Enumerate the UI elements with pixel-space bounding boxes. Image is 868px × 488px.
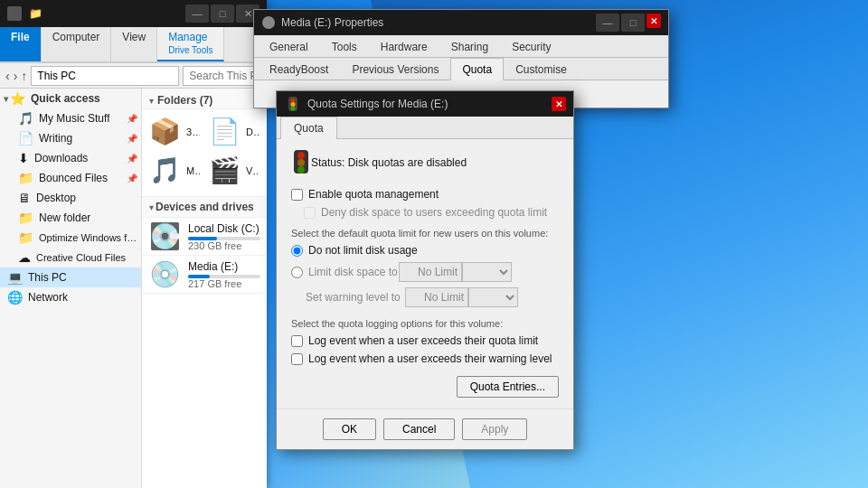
folder-name: Music: [186, 165, 200, 176]
address-input[interactable]: [31, 66, 179, 86]
sidebar-item-optimize-windows[interactable]: 📁 Optimize Windows for …: [0, 228, 141, 248]
bounced-label: Bounced Files: [39, 172, 108, 184]
folder-item[interactable]: 🎬 Videos: [205, 152, 263, 189]
folder-item[interactable]: 📄 Documents: [205, 113, 263, 150]
properties-tabs-2: ReadyBoost Previous Versions Quota Custo…: [254, 58, 668, 80]
quota-actions: Quota Entries...: [291, 376, 559, 398]
folders-section-header[interactable]: ▾ Folders (7): [142, 89, 267, 109]
apply-button[interactable]: Apply: [462, 418, 527, 440]
sidebar-item-downloads[interactable]: ⬇ Downloads 📌: [0, 148, 141, 168]
logging-label: Select the quota logging options for thi…: [291, 318, 559, 329]
properties-close[interactable]: ✕: [646, 14, 661, 28]
tab-file[interactable]: File: [0, 27, 42, 61]
sidebar-item-creative-cloud[interactable]: ☁ Creative Cloud Files: [0, 248, 141, 267]
sidebar-item-bounced-files[interactable]: 📁 Bounced Files 📌: [0, 168, 141, 188]
quota-close[interactable]: ✕: [552, 97, 566, 111]
optimize-icon: 📁: [18, 230, 33, 245]
quota-dialog: Quota Settings for Media (E:) ✕ Quota St…: [276, 90, 574, 450]
log-exceeds-checkbox[interactable]: [291, 335, 303, 347]
enable-quota-label: Enable quota management: [308, 188, 439, 201]
no-limit-radio[interactable]: [291, 245, 303, 257]
titlebar-controls: — □ ✕: [185, 5, 259, 23]
log-exceeds-label: Log event when a user exceeds their quot…: [308, 334, 538, 347]
network-label: Network: [28, 291, 68, 304]
sidebar-item-network[interactable]: 🌐 Network: [0, 287, 141, 307]
properties-minimize[interactable]: —: [596, 14, 619, 32]
sidebar-item-quick-access[interactable]: ▾ ⭐ Quick access: [0, 89, 141, 108]
back-button[interactable]: ‹: [5, 67, 10, 85]
log-warning-checkbox[interactable]: [291, 353, 303, 365]
properties-title-text: Media (E:) Properties: [281, 16, 596, 29]
maximize-button[interactable]: □: [211, 5, 234, 23]
device-local-disk[interactable]: 💽 Local Disk (C:) 230 GB free: [142, 218, 267, 256]
explorer-window: 📁 — □ ✕ File Computer View Manage Drive …: [0, 0, 267, 488]
device-media[interactable]: 💿 Media (E:) 217 GB free: [142, 256, 267, 294]
creative-cloud-icon: ☁: [18, 250, 31, 265]
properties-titlebar: Media (E:) Properties — □ ✕: [254, 10, 668, 35]
tab-general[interactable]: General: [258, 35, 320, 58]
minimize-button[interactable]: —: [185, 5, 209, 23]
media-disk-icon: 💿: [149, 259, 181, 289]
ribbon-tabs: File Computer View Manage Drive Tools: [0, 27, 267, 62]
quota-title-icon: [284, 95, 302, 113]
tab-previous-versions[interactable]: Previous Versions: [340, 58, 450, 80]
quota-title-text: Quota Settings for Media (E:): [307, 98, 552, 110]
quota-titlebar: Quota Settings for Media (E:) ✕: [277, 91, 573, 117]
sidebar-item-desktop[interactable]: 🖥 Desktop: [0, 188, 141, 208]
tab-tools[interactable]: Tools: [320, 35, 369, 58]
folder-item[interactable]: 🎵 Music: [146, 152, 203, 189]
creative-cloud-label: Creative Cloud Files: [36, 252, 126, 263]
svg-point-0: [262, 16, 275, 29]
device-name: Local Disk (C:): [188, 222, 259, 235]
videos-icon: 🎬: [209, 155, 241, 185]
quota-body: Status: Disk quotas are disabled Enable …: [277, 139, 573, 408]
writing-icon: 📄: [18, 131, 33, 145]
cancel-button[interactable]: Cancel: [383, 418, 455, 440]
warning-level-input[interactable]: No Limit: [405, 287, 468, 307]
limit-space-select[interactable]: KB MB GB: [462, 262, 512, 282]
warning-level-select[interactable]: KB MB GB: [468, 287, 518, 307]
folders-expand-icon: ▾: [149, 96, 154, 106]
device-space-2: 217 GB free: [188, 278, 259, 289]
warning-level-row: Set warning level to No Limit KB MB GB: [291, 287, 559, 307]
traffic-light-icon: [291, 150, 311, 175]
deny-disk-row: Deny disk space to users exceeding quota…: [291, 206, 559, 219]
sidebar-item-writing[interactable]: 📄 Writing 📌: [0, 128, 141, 148]
forward-button[interactable]: ›: [14, 67, 18, 85]
tab-quota-main[interactable]: Quota: [280, 117, 337, 139]
limit-space-input[interactable]: No Limit: [399, 262, 462, 282]
tab-readyboost[interactable]: ReadyBoost: [258, 58, 340, 80]
quota-entries-button[interactable]: Quota Entries...: [457, 376, 559, 398]
svg-point-4: [291, 107, 296, 111]
default-limit-label: Select the default quota limit for new u…: [291, 228, 559, 239]
downloads-icon: ⬇: [18, 151, 29, 165]
nav-pane: ▾ ⭐ Quick access 🎵 My Music Stuff 📌 📄 Wr…: [0, 89, 142, 488]
properties-tabs: General Tools Hardware Sharing Security: [254, 35, 668, 58]
deny-disk-checkbox[interactable]: [304, 207, 316, 219]
folder-item[interactable]: 📦 3D Objects: [146, 113, 203, 150]
tab-security[interactable]: Security: [500, 35, 562, 58]
tab-drive-tools[interactable]: Manage Drive Tools: [157, 27, 224, 61]
tab-quota[interactable]: Quota: [450, 58, 504, 80]
devices-header-text: Devices and drives: [156, 201, 254, 213]
device-name-2: Media (E:): [188, 260, 259, 273]
limit-space-radio[interactable]: [291, 267, 303, 278]
up-button[interactable]: ↑: [21, 67, 27, 85]
enable-quota-checkbox[interactable]: [291, 189, 303, 201]
no-limit-label: Do not limit disk usage: [308, 244, 418, 257]
ok-button[interactable]: OK: [323, 418, 376, 440]
tab-computer[interactable]: Computer: [42, 27, 112, 61]
tab-hardware[interactable]: Hardware: [369, 35, 439, 58]
explorer-body: ▾ ⭐ Quick access 🎵 My Music Stuff 📌 📄 Wr…: [0, 89, 267, 488]
properties-maximize[interactable]: □: [621, 14, 645, 32]
sidebar-item-this-pc[interactable]: 💻 This PC: [0, 267, 141, 287]
tab-customise[interactable]: Customise: [504, 58, 579, 80]
tab-sharing[interactable]: Sharing: [439, 35, 500, 58]
content-area: ▾ Folders (7) 📦 3D Objects 📄 Documents 🎵…: [142, 89, 267, 488]
sidebar-item-my-music-stuff[interactable]: 🎵 My Music Stuff 📌: [0, 108, 141, 128]
device-info-2: Media (E:) 217 GB free: [188, 260, 259, 289]
status-text: Status: Disk quotas are disabled: [311, 156, 467, 169]
tab-view[interactable]: View: [111, 27, 157, 61]
sidebar-item-new-folder[interactable]: 📁 New folder: [0, 208, 141, 228]
devices-section-header[interactable]: ▾ Devices and drives: [142, 196, 267, 218]
